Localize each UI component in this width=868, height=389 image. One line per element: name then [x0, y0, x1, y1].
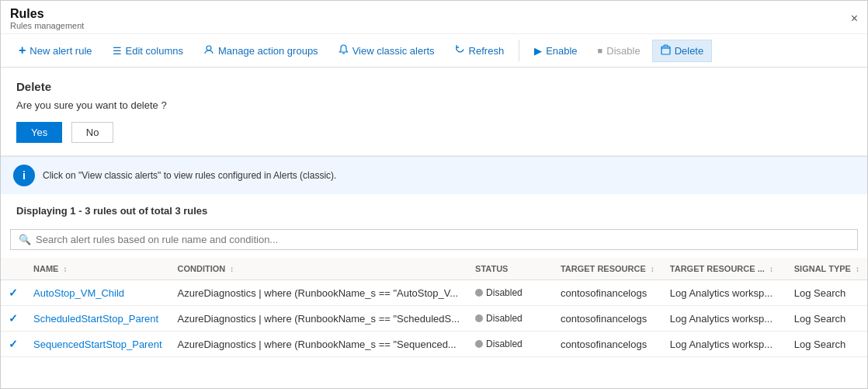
table-header-row: NAME ↕ CONDITION ↕ STATUS TARGET RESOURC… [1, 258, 867, 280]
row-name-2: SequencedStartStop_Parent [26, 332, 170, 357]
manage-action-icon [203, 44, 214, 57]
info-message: Click on "View classic alerts" to view r… [43, 170, 336, 181]
yes-button[interactable]: Yes [16, 122, 62, 143]
status-dot-1 [475, 314, 483, 322]
delete-question: Are you sure you want to delete ? [16, 99, 852, 111]
search-icon: 🔍 [19, 234, 31, 245]
col-status-header: STATUS [467, 258, 553, 280]
refresh-button[interactable]: Refresh [446, 40, 513, 61]
play-icon: ▶ [534, 45, 542, 57]
check-mark-2: ✓ [9, 338, 18, 350]
status-badge-0: Disabled [475, 287, 523, 298]
search-input[interactable] [36, 234, 849, 245]
sort-icon-condition[interactable]: ↕ [230, 265, 234, 273]
sort-icon-target[interactable]: ↕ [651, 265, 654, 273]
row-target-2: contosofinancelogs [553, 332, 662, 357]
toolbar: + New alert rule ☰ Edit columns Manage a… [1, 34, 867, 68]
refresh-label: Refresh [469, 45, 505, 57]
row-condition-0: AzureDiagnostics | where (RunbookName_s … [170, 280, 468, 306]
status-badge-2: Disabled [475, 339, 523, 349]
row-condition-2: AzureDiagnostics | where (RunbookName_s … [170, 332, 468, 357]
col-signal-header: SIGNAL TYPE ↕ [786, 258, 867, 280]
row-target-1: contosofinancelogs [553, 306, 662, 332]
row-status-1: Disabled [467, 306, 553, 332]
target2-value-0: Log Analytics worksp... [670, 287, 773, 299]
row-check-1[interactable]: ✓ [1, 306, 26, 332]
info-banner: i Click on "View classic alerts" to view… [1, 156, 867, 194]
search-bar: 🔍 [10, 229, 858, 250]
view-classic-label: View classic alerts [352, 45, 435, 57]
toolbar-separator [519, 40, 519, 61]
col-target2-header: TARGET RESOURCE ... ↕ [662, 258, 786, 280]
row-target2-1: Log Analytics worksp... [662, 306, 786, 332]
status-label-1: Disabled [486, 313, 523, 324]
row-signal-1: Log Search [786, 306, 867, 332]
signal-value-1: Log Search [794, 313, 846, 325]
delete-title: Delete [16, 80, 852, 93]
row-target2-2: Log Analytics worksp... [662, 332, 786, 357]
new-alert-button[interactable]: + New alert rule [10, 39, 101, 62]
delete-button[interactable]: Delete [652, 40, 713, 62]
delete-label: Delete [675, 45, 704, 57]
status-label-2: Disabled [486, 339, 523, 349]
target-value-0: contosofinancelogs [561, 287, 647, 299]
disable-button[interactable]: ■ Disable [589, 40, 649, 61]
table-row: ✓ SequencedStartStop_Parent AzureDiagnos… [1, 332, 867, 357]
rule-name-link-1[interactable]: ScheduledStartStop_Parent [33, 313, 158, 325]
sort-icon-target2[interactable]: ↕ [769, 265, 773, 273]
disable-label: Disable [606, 45, 640, 57]
delete-dialog: Delete Are you sure you want to delete ?… [1, 68, 867, 156]
row-target2-0: Log Analytics worksp... [662, 280, 786, 306]
table-row: ✓ ScheduledStartStop_Parent AzureDiagnos… [1, 306, 867, 332]
new-alert-label: New alert rule [30, 45, 92, 57]
rule-name-link-0[interactable]: AutoStop_VM_Child [33, 287, 124, 299]
stop-icon: ■ [598, 46, 603, 55]
target-value-1: contosofinancelogs [561, 313, 647, 325]
row-signal-0: Log Search [786, 280, 867, 306]
rules-window: Rules Rules management × + New alert rul… [0, 0, 868, 389]
row-name-1: ScheduledStartStop_Parent [26, 306, 170, 332]
row-status-0: Disabled [467, 280, 553, 306]
status-badge-1: Disabled [475, 313, 523, 324]
sort-icon-name[interactable]: ↕ [63, 265, 67, 273]
summary-text: Displaying 1 - 3 rules out of total 3 ru… [16, 205, 852, 217]
target2-value-2: Log Analytics worksp... [670, 339, 773, 350]
row-target-0: contosofinancelogs [553, 280, 662, 306]
status-label-0: Disabled [486, 287, 523, 298]
signal-value-2: Log Search [794, 339, 846, 350]
title-bar: Rules Rules management × [1, 1, 867, 34]
col-check [1, 258, 26, 280]
col-target-header: TARGET RESOURCE ↕ [553, 258, 662, 280]
edit-columns-label: Edit columns [126, 45, 183, 57]
row-check-2[interactable]: ✓ [1, 332, 26, 357]
row-check-0[interactable]: ✓ [1, 280, 26, 306]
check-mark-1: ✓ [9, 312, 18, 325]
signal-value-0: Log Search [794, 287, 846, 299]
edit-columns-icon: ☰ [113, 45, 122, 57]
title-section: Rules Rules management [10, 7, 84, 30]
info-icon: i [13, 165, 35, 186]
window-title: Rules [10, 7, 84, 21]
manage-action-button[interactable]: Manage action groups [195, 40, 327, 62]
target2-value-1: Log Analytics worksp... [670, 313, 773, 325]
condition-text-0: AzureDiagnostics | where (RunbookName_s … [178, 287, 459, 299]
condition-text-1: AzureDiagnostics | where (RunbookName_s … [178, 313, 460, 325]
view-classic-button[interactable]: View classic alerts [330, 40, 443, 62]
table-row: ✓ AutoStop_VM_Child AzureDiagnostics | w… [1, 280, 867, 306]
sort-icon-signal[interactable]: ↕ [856, 265, 859, 273]
summary-section: Displaying 1 - 3 rules out of total 3 ru… [1, 194, 867, 229]
no-button[interactable]: No [71, 122, 114, 143]
status-dot-2 [475, 340, 483, 348]
close-button[interactable]: × [851, 12, 858, 26]
table-wrapper: NAME ↕ CONDITION ↕ STATUS TARGET RESOURC… [1, 258, 867, 357]
enable-label: Enable [546, 45, 577, 57]
condition-text-2: AzureDiagnostics | where (RunbookName_s … [178, 339, 457, 350]
rule-name-link-2[interactable]: SequencedStartStop_Parent [33, 339, 162, 350]
window-subtitle: Rules management [10, 21, 84, 30]
manage-action-label: Manage action groups [218, 45, 318, 57]
row-status-2: Disabled [467, 332, 553, 357]
check-mark-0: ✓ [9, 287, 18, 299]
refresh-icon [455, 44, 465, 57]
enable-button[interactable]: ▶ Enable [526, 40, 585, 61]
edit-columns-button[interactable]: ☰ Edit columns [104, 40, 192, 61]
